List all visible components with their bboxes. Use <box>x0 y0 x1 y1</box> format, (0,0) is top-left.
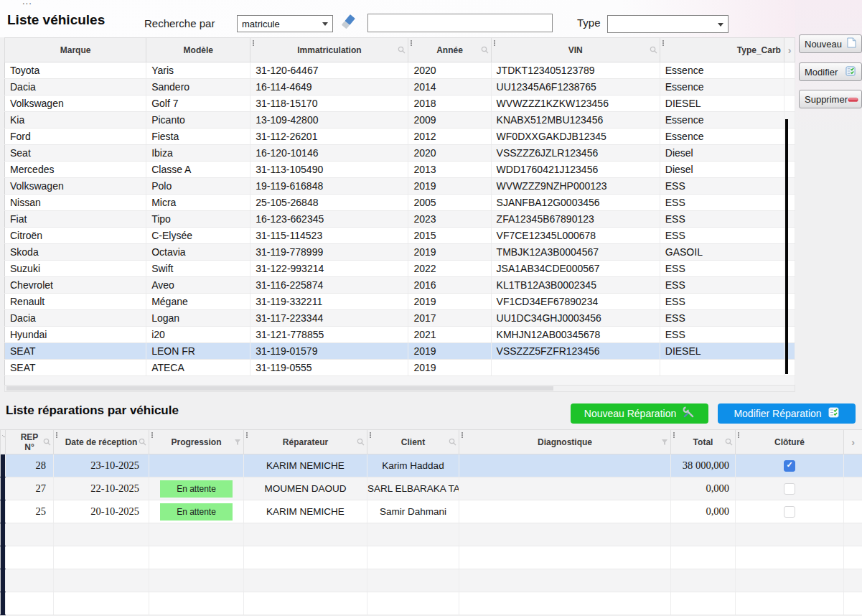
cell-date-reception: 20-10-2025 <box>54 500 149 523</box>
cloture-checkbox[interactable] <box>784 460 795 472</box>
vehicle-row[interactable]: Renault Mégane 31-119-332211 2019 VF1CD3… <box>5 294 795 310</box>
vehicle-row[interactable]: Ford Fiesta 31-112-26201 2012 WF0DXXGAKD… <box>5 129 795 145</box>
column-header-vin[interactable]: VIN <box>491 38 660 62</box>
vehicle-row[interactable]: Citroën C-Elysée 31-115-114523 2015 VF7C… <box>5 228 795 244</box>
cell-modele: C-Elysée <box>146 228 250 244</box>
edit-checklist-icon <box>845 66 856 78</box>
column-header-annee[interactable]: Année <box>408 38 491 62</box>
cell-progression <box>149 454 244 477</box>
empty-row <box>1 569 862 592</box>
row-indicator <box>1 454 6 477</box>
column-header-date-reception[interactable]: Date de réception <box>54 430 149 454</box>
edit-repair-button[interactable]: Modifier Réparation <box>718 403 856 424</box>
column-drag-handle[interactable] <box>494 40 495 46</box>
vehicle-row[interactable]: Kia Picanto 13-109-42800 2009 KNABX512MB… <box>5 112 795 129</box>
column-filter-icon[interactable] <box>661 438 668 448</box>
vehicle-row[interactable]: Dacia Sandero 16-114-4649 2014 UU12345A6… <box>5 79 795 95</box>
column-drag-handle[interactable] <box>56 432 57 438</box>
column-header-marque[interactable]: Marque <box>5 38 146 62</box>
cell-modele: i20 <box>146 327 250 343</box>
column-drag-handle[interactable] <box>462 432 463 438</box>
repair-row[interactable]: 25 20-10-2025 En attente KARIM NEMICHE S… <box>1 500 862 523</box>
search-field-select[interactable]: matricule <box>237 15 333 32</box>
repair-row[interactable]: 28 23-10-2025 KARIM NEMICHE Karim Haddad… <box>1 454 862 477</box>
column-search-icon[interactable] <box>398 46 406 56</box>
repairs-empty-rows <box>1 523 862 615</box>
cell-annee: 2020 <box>408 62 491 79</box>
cell-vin: KMHJN12AB00345678 <box>491 327 660 343</box>
vehicle-row[interactable]: Seat Ibiza 16-120-10146 2020 VSSZZZ6JZLR… <box>5 145 795 162</box>
repair-row[interactable]: 27 22-10-2025 En attente MOUMEN DAOUD SA… <box>1 477 862 500</box>
column-search-icon[interactable] <box>650 46 657 56</box>
vehicle-row[interactable]: Suzuki Swift 31-122-993214 2022 JSA1AB34… <box>5 261 795 277</box>
column-search-icon[interactable] <box>725 438 733 448</box>
next-column-button[interactable]: › <box>844 430 862 454</box>
cell-vin: VF7CE12345L000678 <box>491 228 660 244</box>
delete-vehicle-button[interactable]: Supprimer <box>799 90 862 108</box>
vehicle-row[interactable]: Nissan Micra 25-105-26848 2005 SJANFBA12… <box>5 195 795 211</box>
column-drag-handle[interactable] <box>370 432 371 438</box>
vehicle-row[interactable]: Hyundai i20 31-121-778855 2021 KMHJN12AB… <box>5 327 795 343</box>
edit-vehicle-button[interactable]: Modifier <box>799 62 862 81</box>
cell-type-carb: Diesel <box>660 162 784 178</box>
column-header-modele[interactable]: Modèle <box>146 38 250 62</box>
horizontal-scrollbar[interactable] <box>4 385 795 392</box>
column-header-total[interactable]: Total <box>671 430 736 454</box>
next-column-button[interactable]: › <box>784 38 795 62</box>
vertical-scrollbar[interactable] <box>785 119 788 374</box>
vehicle-row[interactable]: Dacia Logan 31-117-223344 2017 UU1DC34GH… <box>5 310 795 327</box>
cell-type-carb: Essence <box>660 62 784 79</box>
new-vehicle-button[interactable]: Nouveau <box>799 34 862 53</box>
new-repair-button[interactable]: Nouveau Réparation <box>571 403 708 424</box>
cell-modele: LEON FR <box>146 343 250 360</box>
column-header-client[interactable]: Client <box>367 430 459 454</box>
column-drag-handle[interactable] <box>662 40 664 46</box>
column-search-icon[interactable] <box>43 438 51 448</box>
clear-search-icon[interactable] <box>338 13 357 34</box>
cloture-checkbox[interactable] <box>784 506 795 518</box>
vehicle-row[interactable]: Mercedes Classe A 31-113-105490 2013 WDD… <box>5 162 795 178</box>
cell-type-carb: ESS <box>660 277 784 294</box>
vehicle-row[interactable]: Volkswagen Polo 19-119-616848 2019 WVWZZ… <box>5 178 795 195</box>
column-header-progression[interactable]: Progression <box>149 430 244 454</box>
column-search-icon[interactable] <box>449 438 456 448</box>
scrollbar-thumb[interactable] <box>6 386 553 391</box>
column-search-icon[interactable] <box>357 438 365 448</box>
window-overflow-indicator: ... <box>22 0 32 6</box>
cell-modele: Golf 7 <box>146 95 250 112</box>
cloture-checkbox[interactable] <box>784 483 795 495</box>
vehicle-row[interactable]: SEAT LEON FR 31-119-01579 2019 VSSZZZ5FZ… <box>5 343 795 360</box>
cell-type-carb: ESS <box>660 178 784 195</box>
vehicle-row[interactable]: Skoda Octavia 31-119-778999 2019 TMBJK12… <box>5 244 795 261</box>
column-drag-handle[interactable] <box>246 432 248 438</box>
column-drag-handle[interactable] <box>151 432 153 438</box>
column-header-type-carb[interactable]: Type_Carb <box>660 38 784 62</box>
cell-marque: Citroën <box>5 228 146 244</box>
column-drag-handle[interactable] <box>253 40 254 46</box>
type-select[interactable] <box>607 15 729 33</box>
column-drag-handle[interactable] <box>673 432 675 438</box>
column-header-reparateur[interactable]: Réparateur <box>244 430 367 454</box>
vehicle-row[interactable]: Chevrolet Aveo 31-116-225874 2016 KL1TB1… <box>5 277 795 294</box>
vehicle-row[interactable]: Toyota Yaris 31-120-64467 2020 JTDKT1234… <box>5 62 795 79</box>
column-header-cloture[interactable]: Clôturé <box>736 430 844 454</box>
column-search-icon[interactable] <box>139 438 146 448</box>
column-header-immatriculation[interactable]: Immatriculation <box>250 38 408 62</box>
cell-immatriculation: 31-121-778855 <box>250 327 408 343</box>
column-filter-icon[interactable] <box>234 438 241 448</box>
cell-type-carb: ESS <box>660 195 784 211</box>
cell-spacer <box>844 454 862 477</box>
vehicle-row[interactable]: Fiat Tipo 16-123-662345 2023 ZFA12345B67… <box>5 211 795 228</box>
cell-reparateur: MOUMEN DAOUD <box>244 477 367 500</box>
vehicle-row[interactable]: Volkswagen Golf 7 31-118-15170 2018 WVWZ… <box>5 95 795 112</box>
cell-progression: En attente <box>149 477 244 500</box>
column-drag-handle[interactable] <box>738 432 739 438</box>
column-header-rep-no[interactable]: REP N° <box>6 430 54 454</box>
column-header-diagnostique[interactable]: Diagnostique <box>459 430 671 454</box>
vehicle-row[interactable]: SEAT ATECA 31-119-0555 2019 <box>5 360 795 376</box>
column-search-icon[interactable] <box>481 46 489 56</box>
status-badge: En attente <box>160 503 233 521</box>
column-drag-handle[interactable] <box>411 40 412 46</box>
search-input[interactable] <box>367 14 553 32</box>
cell-type-carb: ESS <box>660 228 784 244</box>
